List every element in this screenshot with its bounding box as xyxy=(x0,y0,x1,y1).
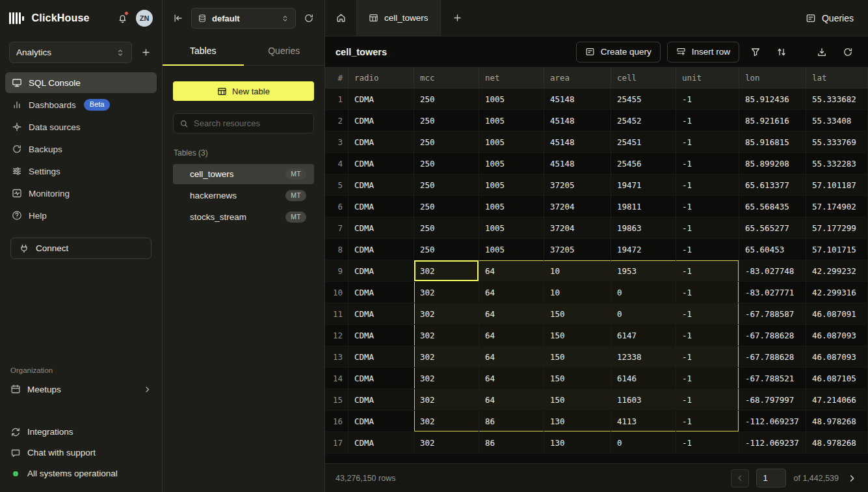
data-cell[interactable]: 6147 xyxy=(611,325,676,346)
sidebar-item-integrations[interactable]: Integrations xyxy=(9,422,153,441)
data-cell[interactable]: 302 xyxy=(414,432,479,454)
data-cell[interactable]: 1005 xyxy=(479,239,544,260)
data-cell[interactable]: 10 xyxy=(544,282,611,303)
data-cell[interactable]: 0 xyxy=(611,303,676,325)
data-cell[interactable]: 150 xyxy=(544,325,611,346)
data-cell[interactable]: 86 xyxy=(479,432,544,454)
data-cell[interactable]: CDMA xyxy=(349,89,414,110)
data-cell[interactable]: 37204 xyxy=(544,217,611,239)
data-cell[interactable]: 64 xyxy=(479,325,544,346)
data-cell[interactable]: 11603 xyxy=(611,389,676,411)
data-cell[interactable]: 1005 xyxy=(479,153,544,174)
data-cell[interactable]: CDMA xyxy=(349,153,414,174)
data-cell[interactable]: CDMA xyxy=(349,282,414,303)
data-cell[interactable]: CDMA xyxy=(349,217,414,239)
data-cell[interactable]: 0 xyxy=(611,282,676,303)
data-cell[interactable]: 150 xyxy=(544,346,611,368)
data-cell[interactable]: 55.33408 xyxy=(806,110,868,131)
queries-button[interactable]: Queries xyxy=(806,13,854,23)
data-cell[interactable]: 85.912436 xyxy=(739,89,806,110)
data-cell[interactable]: 48.978268 xyxy=(806,432,868,454)
data-cell[interactable]: 45148 xyxy=(544,110,611,131)
sidebar-item-monitoring[interactable]: Monitoring xyxy=(5,183,157,204)
home-icon[interactable] xyxy=(325,0,356,36)
data-cell[interactable]: CDMA xyxy=(349,368,414,389)
data-cell[interactable]: 65.60453 xyxy=(739,239,806,260)
new-tab-button[interactable] xyxy=(441,0,475,36)
data-cell[interactable]: 250 xyxy=(414,239,479,260)
data-cell[interactable]: 150 xyxy=(544,368,611,389)
active-cell[interactable]: 302 xyxy=(414,260,479,282)
data-cell[interactable]: 55.332283 xyxy=(806,153,868,174)
data-cell[interactable]: 37205 xyxy=(544,174,611,196)
connect-button[interactable]: Connect xyxy=(10,238,151,259)
data-cell[interactable]: -1 xyxy=(676,389,739,411)
data-cell[interactable]: -1 xyxy=(676,325,739,346)
data-cell[interactable]: 25456 xyxy=(611,153,676,174)
page-number-input[interactable] xyxy=(756,469,786,487)
data-cell[interactable]: -1 xyxy=(676,89,739,110)
data-cell[interactable]: 12338 xyxy=(611,346,676,368)
data-cell[interactable]: 86 xyxy=(479,411,544,432)
data-cell[interactable]: 42.299316 xyxy=(806,282,868,303)
data-cell[interactable]: 64 xyxy=(479,260,544,282)
data-cell[interactable]: 57.174902 xyxy=(806,196,868,217)
data-cell[interactable]: CDMA xyxy=(349,411,414,432)
prev-page-button[interactable] xyxy=(731,469,749,487)
data-cell[interactable]: 19863 xyxy=(611,217,676,239)
data-cell[interactable]: 25452 xyxy=(611,110,676,131)
data-cell[interactable]: 25451 xyxy=(611,131,676,153)
data-cell[interactable]: 1005 xyxy=(479,217,544,239)
data-cell[interactable]: CDMA xyxy=(349,239,414,260)
data-cell[interactable]: 250 xyxy=(414,196,479,217)
data-cell[interactable]: 250 xyxy=(414,110,479,131)
data-cell[interactable]: CDMA xyxy=(349,325,414,346)
data-cell[interactable]: 250 xyxy=(414,131,479,153)
data-cell[interactable]: 250 xyxy=(414,217,479,239)
data-cell[interactable]: CDMA xyxy=(349,110,414,131)
data-cell[interactable]: -1 xyxy=(676,217,739,239)
data-cell[interactable]: 19471 xyxy=(611,174,676,196)
data-cell[interactable]: 46.087093 xyxy=(806,325,868,346)
column-header-lat[interactable]: lat xyxy=(806,68,868,88)
data-cell[interactable]: 1005 xyxy=(479,89,544,110)
data-cell[interactable]: 37205 xyxy=(544,239,611,260)
data-cell[interactable]: 47.214066 xyxy=(806,389,868,411)
data-cell[interactable]: 57.177299 xyxy=(806,217,868,239)
data-cell[interactable]: 25455 xyxy=(611,89,676,110)
data-cell[interactable]: -1 xyxy=(676,303,739,325)
data-cell[interactable]: 65.565277 xyxy=(739,217,806,239)
data-cell[interactable]: -67.788587 xyxy=(739,303,806,325)
create-query-button[interactable]: Create query xyxy=(576,42,661,62)
column-header-cell[interactable]: cell xyxy=(611,68,676,88)
table-item-hackernews[interactable]: hackernewsMT xyxy=(173,185,314,206)
column-header-radio[interactable]: radio xyxy=(349,68,414,88)
data-cell[interactable]: -83.027771 xyxy=(739,282,806,303)
data-cell[interactable]: CDMA xyxy=(349,389,414,411)
data-cell[interactable]: -1 xyxy=(676,110,739,131)
data-cell[interactable]: -1 xyxy=(676,260,739,282)
data-cell[interactable]: CDMA xyxy=(349,131,414,153)
data-cell[interactable]: 64 xyxy=(479,346,544,368)
data-cell[interactable]: CDMA xyxy=(349,432,414,454)
data-cell[interactable]: CDMA xyxy=(349,260,414,282)
data-cell[interactable]: 64 xyxy=(479,368,544,389)
data-cell[interactable]: 45148 xyxy=(544,153,611,174)
data-cell[interactable]: 85.899208 xyxy=(739,153,806,174)
sidebar-item-backups[interactable]: Backups xyxy=(5,139,157,159)
data-cell[interactable]: -67.788628 xyxy=(739,346,806,368)
data-cell[interactable]: 150 xyxy=(544,389,611,411)
data-cell[interactable]: 10 xyxy=(544,260,611,282)
sidebar-item-meetups[interactable]: Meetups xyxy=(9,378,153,400)
data-cell[interactable]: 55.333769 xyxy=(806,131,868,153)
database-selector[interactable]: default xyxy=(191,8,296,29)
insert-row-button[interactable]: Insert row xyxy=(667,42,739,62)
tab-queries[interactable]: Queries xyxy=(244,36,325,65)
data-cell[interactable]: 302 xyxy=(414,389,479,411)
refresh-icon[interactable] xyxy=(304,13,314,23)
data-cell[interactable]: CDMA xyxy=(349,303,414,325)
add-workspace-button[interactable] xyxy=(138,48,153,57)
data-cell[interactable]: 64 xyxy=(479,303,544,325)
data-cell[interactable]: CDMA xyxy=(349,346,414,368)
data-cell[interactable]: 48.978268 xyxy=(806,411,868,432)
